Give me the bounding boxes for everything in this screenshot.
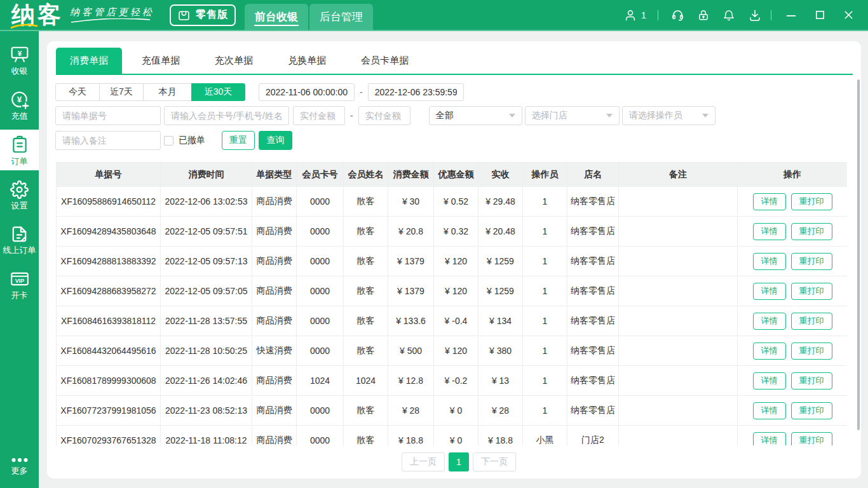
doc-tab-4[interactable]: 会员卡单据	[351, 48, 418, 74]
table-cell: 商品消费	[252, 426, 297, 446]
user-count: 1	[641, 10, 646, 20]
support-button[interactable]	[671, 8, 684, 22]
table-cell	[619, 187, 738, 217]
sidebar-item-more[interactable]: 更多	[0, 447, 39, 483]
sidebar-item-recharge[interactable]: ¥ 充值	[0, 85, 39, 125]
table-row: XF160702937676513282022-11-18 11:08:12商品…	[57, 426, 848, 446]
quick-date-2[interactable]: 本月	[143, 83, 192, 101]
column-header: 单据类型	[252, 163, 297, 187]
sidebar-item-open-card[interactable]: VIP 开卡	[0, 264, 39, 304]
reprint-button[interactable]: 重打印	[791, 402, 832, 419]
sidebar-item-settings[interactable]: 设置	[0, 175, 39, 215]
order-no-input[interactable]	[55, 106, 161, 125]
table-cell: 2022-12-05 09:57:13	[161, 247, 252, 276]
reset-button[interactable]: 重置	[222, 131, 255, 150]
doc-tab-0[interactable]: 消费单据	[56, 48, 122, 74]
reprint-button[interactable]: 重打印	[791, 342, 832, 360]
detail-button[interactable]: 详情	[753, 402, 786, 419]
operator-select[interactable]: 请选择操作员	[622, 106, 715, 125]
detail-button[interactable]: 详情	[753, 313, 786, 330]
edition-button[interactable]: 零售版	[170, 4, 236, 26]
reprint-button[interactable]: 重打印	[791, 193, 832, 210]
table-cell: 纳客零售店	[567, 336, 619, 366]
table-cell: ¥ 30	[388, 187, 434, 217]
topbar-right: 1	[611, 8, 868, 22]
reprint-button[interactable]: 重打印	[791, 253, 832, 270]
column-header: 会员卡号	[297, 163, 344, 187]
detail-button[interactable]: 详情	[753, 372, 786, 390]
table-cell	[619, 247, 738, 276]
quick-date-0[interactable]: 今天	[55, 83, 100, 101]
reprint-button[interactable]: 重打印	[791, 313, 832, 330]
table-cell	[619, 366, 738, 396]
reprint-button[interactable]: 重打印	[791, 223, 832, 240]
detail-button[interactable]: 详情	[753, 223, 786, 240]
main-area: 消费单据充值单据充次单据兑换单据会员卡单据 今天近7天本月近30天 - - 全部…	[39, 31, 868, 488]
table-cell: XF16094289435803648	[57, 217, 161, 247]
slogan: 纳客管店更轻松	[70, 6, 154, 24]
amount-min-input[interactable]	[293, 106, 345, 125]
search-button[interactable]: 查询	[259, 131, 292, 150]
detail-button[interactable]: 详情	[753, 432, 786, 446]
quick-date-3[interactable]: 近30天	[191, 83, 245, 101]
table-header-row: 单据号消费时间单据类型会员卡号会员姓名消费金额优惠金额实收操作员店名备注操作	[57, 163, 848, 187]
orders-table-wrap: 单据号消费时间单据类型会员卡号会员姓名消费金额优惠金额实收操作员店名备注操作 X…	[56, 162, 847, 445]
member-input[interactable]	[164, 106, 289, 125]
table-cell: 2022-12-05 09:57:05	[161, 276, 252, 306]
slogan-underline	[70, 18, 151, 24]
reprint-button[interactable]: 重打印	[791, 372, 832, 390]
type-select[interactable]: 全部	[429, 106, 522, 125]
download-button[interactable]	[748, 8, 762, 22]
lock-button[interactable]	[697, 9, 710, 22]
table-cell	[619, 396, 738, 426]
column-header: 店名	[567, 163, 619, 187]
table-cell: ¥ 20.8	[388, 217, 434, 247]
next-page-button[interactable]: 下一页	[473, 452, 516, 471]
quick-date-1[interactable]: 近7天	[99, 83, 144, 101]
tabs-underline	[56, 74, 853, 75]
store-select[interactable]: 选择门店	[525, 106, 620, 125]
column-header: 消费时间	[161, 163, 252, 187]
vertical-scrollbar[interactable]	[857, 79, 860, 430]
detail-button[interactable]: 详情	[753, 342, 786, 360]
store-select-placeholder: 选择门店	[532, 110, 606, 121]
remark-input[interactable]	[55, 131, 161, 150]
doc-tab-3[interactable]: 兑换单据	[278, 48, 336, 74]
table-cell: 小黑	[523, 426, 567, 446]
tab-front-cashier[interactable]: 前台收银	[245, 4, 308, 30]
amount-max-input[interactable]	[358, 106, 410, 125]
sidebar-item-cashier[interactable]: ¥ 收银	[0, 39, 39, 80]
prev-page-button[interactable]: 上一页	[402, 452, 445, 471]
sidebar-item-online-orders[interactable]: 线上订单	[0, 219, 39, 260]
table-cell: XF16081789999300608	[57, 366, 161, 396]
user-indicator[interactable]: 1	[623, 8, 646, 22]
reprint-button[interactable]: 重打印	[791, 283, 832, 300]
date-from-input[interactable]	[259, 83, 355, 101]
current-page-button[interactable]: 1	[449, 452, 469, 471]
detail-button[interactable]: 详情	[753, 253, 786, 270]
date-to-input[interactable]	[368, 83, 464, 101]
table-cell: 1	[523, 336, 567, 366]
table-cell: ¥ 18.8	[478, 426, 523, 446]
table-cell: 0000	[297, 426, 344, 446]
filter-row-dates: 今天近7天本月近30天 -	[55, 83, 464, 101]
table-cell: 商品消费	[252, 247, 297, 276]
doc-tab-2[interactable]: 充次单据	[205, 48, 262, 74]
maximize-button[interactable]	[813, 8, 827, 22]
table-cell: 纳客零售店	[567, 276, 619, 306]
table-cell: ¥ 133.6	[388, 306, 434, 336]
minimize-button[interactable]	[784, 8, 798, 22]
lock-icon	[697, 9, 710, 22]
notifications-button[interactable]	[722, 9, 735, 22]
slogan-text: 纳客管店更轻松	[70, 6, 154, 18]
cancelled-checkbox[interactable]	[164, 136, 173, 146]
tab-back-manage[interactable]: 后台管理	[309, 4, 373, 30]
table-cell: 纳客零售店	[567, 187, 619, 217]
table-cell: 2022-11-28 10:50:25	[161, 336, 252, 366]
sidebar-item-orders[interactable]: 订单	[0, 130, 39, 170]
doc-tab-1[interactable]: 充值单据	[132, 48, 189, 74]
detail-button[interactable]: 详情	[753, 193, 786, 210]
reprint-button[interactable]: 重打印	[791, 432, 832, 446]
close-button[interactable]	[842, 8, 855, 22]
detail-button[interactable]: 详情	[753, 283, 786, 300]
